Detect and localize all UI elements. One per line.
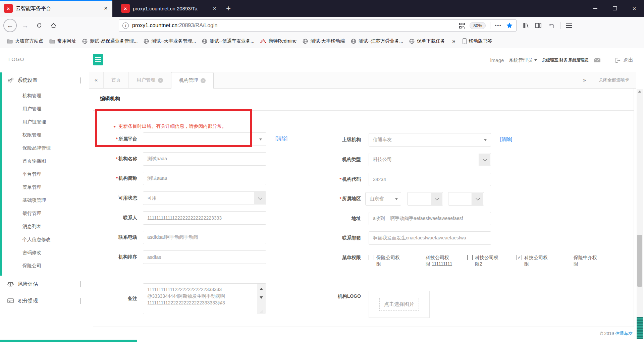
logout-button[interactable]: 退出 [615,57,633,63]
workspace-tab[interactable]: 用户管理 × [129,72,171,88]
parent-org-select[interactable]: 信通车友 [369,133,491,147]
sidebar-toggle-button[interactable] [93,54,103,65]
bookmark-item[interactable]: 测试--天丰业务管理... [141,38,199,44]
field-label-menu-perm: 菜单权限 [298,253,361,263]
maximize-button[interactable] [605,0,625,17]
forward-button[interactable]: → [19,20,31,31]
tab-close-icon[interactable]: × [201,78,206,83]
divider [608,57,608,64]
sidebar-item-risk-assessment[interactable]: 风险评估 [0,276,89,292]
sidebar-sub-item[interactable]: 平台管理 [2,168,89,181]
sidebar-item-system-settings[interactable]: 系统设置 [2,72,89,88]
sidebar-sub-item[interactable]: 消息列表 [2,220,89,233]
scrollbar-thumb[interactable] [637,235,642,287]
library-icon[interactable] [522,22,529,29]
tabs-scroll-right-button[interactable]: » [577,72,592,88]
sidebar-sub-item[interactable]: 密码修改 [2,246,89,259]
minimize-button[interactable] [586,0,605,17]
org-logo-picker[interactable]: 点击选择图片 [369,291,430,318]
browser-tab-active[interactable]: × 云智能车务平台 × [0,0,112,17]
field-label-address: 地址 [298,212,361,225]
close-button[interactable]: × [625,0,644,17]
qr-code-icon[interactable] [459,22,465,29]
checkbox-icon[interactable] [467,255,473,260]
home-icon [50,22,57,28]
bookmark-item[interactable]: 测试-天丰移动端 [300,38,348,44]
clear-parent-org-link[interactable]: [清除] [500,136,512,142]
checkbox-icon[interactable] [369,255,374,260]
org-type-select[interactable]: 科技公司 [369,153,491,166]
workspace-tab[interactable]: 首页 × [104,72,129,88]
sidebar-sub-item[interactable]: 菜单管理 [2,181,89,194]
bookmark-star-icon[interactable] [506,22,513,29]
select-arrow-button[interactable] [472,193,483,205]
bookmark-item[interactable]: 测试--江苏万舜业务... [348,38,406,44]
region-city-select[interactable] [407,192,443,206]
menu-permission-checkbox[interactable]: 保险公司权限 [369,254,418,267]
tab-close-icon[interactable]: × [103,5,108,12]
app-logo: LOGO [8,56,24,62]
region-province-select[interactable]: 山东省 [365,192,401,206]
tab-close-icon[interactable]: × [212,5,217,12]
bookmark-item[interactable]: 测试--信通车友业务... [199,38,257,44]
menu-permission-checkbox[interactable]: 科技公司权限 [517,254,566,267]
edit-org-panel: 编辑机构 ●更新条目时出错。有关详细信息，请参阅内部异常。 所属平台 [清除] … [93,89,634,327]
site-info-icon[interactable]: i [122,22,129,29]
menu-hamburger-icon[interactable] [566,23,572,28]
region-district-select[interactable] [448,192,484,206]
checkbox-icon[interactable] [566,255,571,260]
sidebar-sub-item[interactable]: 用户管理 [2,102,89,115]
sidebar-sub-item[interactable]: 基础项管理 [2,194,89,207]
new-tab-button[interactable]: + [221,0,236,17]
brand-link[interactable]: 信通车友 [615,331,633,336]
sidebar-sub-item[interactable]: 用户组管理 [2,115,89,128]
close-all-tabs-button[interactable]: 关闭全部选项卡 [592,72,636,88]
sidebars-icon[interactable] [535,22,542,29]
scroll-widget[interactable] [637,317,643,339]
sidebar-sub-item[interactable]: 权限管理 [2,128,89,141]
browser-tab-inactive[interactable]: × proxy1.countnet.cn:20893/Ta × [117,0,221,17]
email-input[interactable]: 啊额我发而发生cnaefaesfwaefaweaefaesfwa [369,231,491,245]
bookmark-item[interactable]: 火狐官方站点 [4,38,46,44]
bookmark-item[interactable]: 保单下载任务 [406,38,448,44]
bookmark-item[interactable]: 康特Redmine [257,38,300,44]
checkbox-icon[interactable] [418,255,423,260]
scroll-up-icon[interactable] [638,91,641,93]
bookmarks-overflow-icon[interactable]: » [448,38,459,45]
home-button[interactable] [48,20,59,31]
checkbox-icon[interactable] [517,255,522,260]
menu-permission-checkbox[interactable]: 科技公司权限 111111111 [418,254,467,267]
reload-button[interactable] [34,20,45,31]
workspace-tab[interactable]: 机构管理 × [171,72,214,89]
page-scrollbar[interactable] [637,89,643,339]
sidebar-sub-item[interactable]: 机构管理 [2,89,89,102]
user-role-dropdown[interactable]: 系统管理员 [509,57,537,63]
bookmark-item[interactable]: 测试-易保通业务管理... [79,38,141,44]
zoom-level-badge[interactable]: 80% [470,22,486,29]
select-arrow-button[interactable] [479,154,490,166]
url-text: proxy1.countnet.cn:20893/RA/Login [132,22,217,28]
envelope-icon[interactable] [594,58,601,63]
sidebar-item-points-withdrawal[interactable]: 积分提现 [0,292,89,309]
menu-permission-checkbox[interactable]: 保险中介权限 [566,254,615,267]
sidebar-sub-item[interactable]: 银行管理 [2,207,89,220]
sidebar-sub-item[interactable]: 保险公司 [2,259,89,272]
select-arrow-button[interactable] [431,193,442,205]
org-code-input[interactable]: 34234 [369,173,491,186]
bookmark-item[interactable]: 常用网址 [46,38,79,44]
menu-permission-checkbox[interactable]: 科技公司权限2 [467,254,517,267]
page-actions-icon[interactable]: ••• [495,23,502,28]
tabs-scroll-left-button[interactable]: « [89,72,104,88]
sidebar-sub-item[interactable]: 首页轮播图 [2,155,89,168]
back-button[interactable]: ← [3,19,17,32]
tab-close-icon[interactable]: × [158,78,163,83]
restore-session-icon[interactable] [548,22,555,29]
url-bar[interactable]: i proxy1.countnet.cn:20893/RA/Login 80% … [119,19,517,32]
browser-tab-strip: × 云智能车务平台 × × proxy1.countnet.cn:20893/T… [0,0,644,17]
address-input[interactable]: a收到 啊手动阀手aefaesfwaefaweaefaesf [369,212,491,225]
caret-down-icon [534,59,537,61]
sidebar-sub-item[interactable]: 个人信息修改 [2,233,89,246]
mobile-bookmarks-item[interactable]: 移动版书签 [460,38,495,44]
sidebar-sub-item[interactable]: 保险品牌管理 [2,141,89,155]
copyright-footer: © 2019 信通车友 [600,331,633,337]
